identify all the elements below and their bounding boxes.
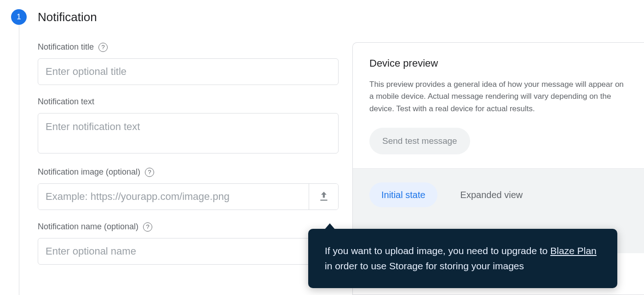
field-notification-text: Notification text bbox=[38, 97, 339, 155]
input-notification-text[interactable] bbox=[38, 113, 339, 153]
input-notification-image-url[interactable] bbox=[38, 184, 309, 210]
tooltip-text-prefix: If you want to upload image, you need to… bbox=[325, 245, 550, 256]
field-notification-title: Notification title ? bbox=[38, 42, 339, 85]
notification-form: Notification title ? Notification text N… bbox=[38, 42, 339, 277]
field-notification-name: Notification name (optional) ? bbox=[38, 222, 339, 265]
step-number-badge: 1 bbox=[11, 9, 27, 25]
help-icon[interactable]: ? bbox=[143, 222, 152, 232]
step-connector-line bbox=[19, 25, 19, 295]
tooltip-text-suffix: in order to use Storage for storing your… bbox=[325, 261, 524, 271]
preview-description: This preview provides a general idea of … bbox=[369, 79, 627, 115]
preview-title: Device preview bbox=[369, 57, 627, 69]
label-notification-title: Notification title bbox=[38, 42, 94, 52]
send-test-message-button[interactable]: Send test message bbox=[369, 128, 470, 154]
step-title: Notification bbox=[38, 10, 97, 24]
tab-expanded-view[interactable]: Expanded view bbox=[448, 182, 535, 207]
upload-upgrade-tooltip: If you want to upload image, you need to… bbox=[308, 229, 617, 288]
tooltip-arrow bbox=[324, 223, 335, 230]
label-notification-image: Notification image (optional) bbox=[38, 167, 140, 177]
field-notification-image: Notification image (optional) ? bbox=[38, 167, 339, 210]
label-notification-name: Notification name (optional) bbox=[38, 222, 138, 232]
input-notification-name[interactable] bbox=[38, 238, 339, 265]
compose-notification-page: 1 Notification Notification title ? Noti… bbox=[0, 0, 644, 295]
upload-icon bbox=[318, 191, 330, 203]
upload-image-button[interactable] bbox=[309, 184, 338, 210]
label-notification-text: Notification text bbox=[38, 97, 94, 107]
blaze-plan-link[interactable]: Blaze Plan bbox=[550, 245, 596, 256]
input-notification-title[interactable] bbox=[38, 58, 339, 85]
help-icon[interactable]: ? bbox=[145, 168, 154, 177]
tab-initial-state[interactable]: Initial state bbox=[369, 182, 437, 207]
help-icon[interactable]: ? bbox=[98, 43, 108, 52]
